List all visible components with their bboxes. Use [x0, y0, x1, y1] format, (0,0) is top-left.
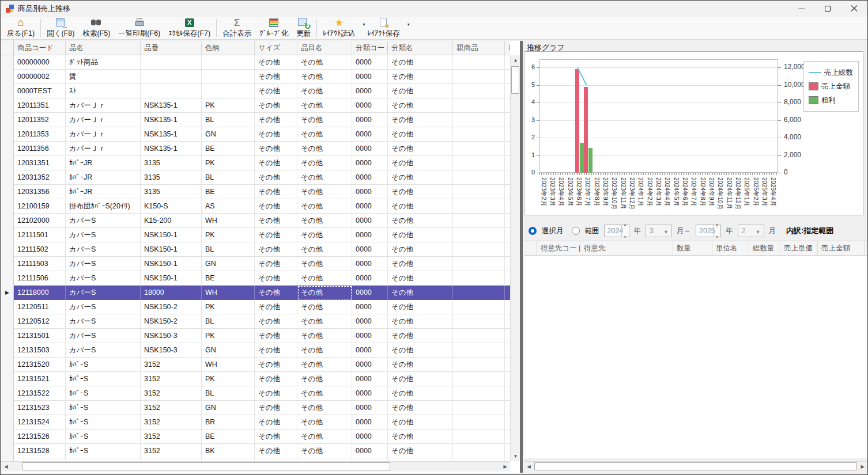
- scroll-up-icon[interactable]: ▲: [511, 55, 520, 65]
- cell-item_number[interactable]: NSK135-1: [141, 98, 202, 113]
- chevron-down-icon[interactable]: ▾: [407, 22, 410, 27]
- cell-item_name[interactable]: その他: [297, 415, 352, 430]
- cell-product_code[interactable]: 12031356: [14, 185, 66, 199]
- cell-color_pattern[interactable]: WH: [202, 214, 255, 228]
- table-row[interactable]: 12011351カバーＪｒNSK135-1PKその他その他0000その他: [1, 98, 510, 113]
- column-header-unit_name[interactable]: 単位名: [712, 241, 749, 256]
- cell-product_code[interactable]: 12102000: [14, 214, 66, 228]
- product-grid-vscrollbar[interactable]: ▲ ▼: [510, 55, 520, 461]
- cell-product_code[interactable]: 12011352: [14, 113, 66, 127]
- row-selector[interactable]: [1, 401, 14, 415]
- cell-product_code[interactable]: 12031351: [14, 156, 66, 170]
- cell-class_code[interactable]: 0000: [352, 444, 388, 458]
- cell-color_pattern[interactable]: BE: [202, 430, 255, 444]
- cell-product_name[interactable]: カバーS: [66, 314, 141, 329]
- row-selector[interactable]: [1, 386, 14, 401]
- row-selector[interactable]: [1, 84, 14, 98]
- scroll-left-icon[interactable]: ◀: [524, 462, 534, 472]
- cell-product_code[interactable]: 00000000: [14, 55, 66, 70]
- cell-product_name[interactable]: ﾎﾟｯﾄ商品: [66, 55, 141, 70]
- cell-parent_product[interactable]: [453, 70, 505, 84]
- vscroll-thumb[interactable]: [511, 66, 519, 94]
- cell-item_name[interactable]: その他: [297, 127, 352, 142]
- cell-item_name[interactable]: その他: [297, 257, 352, 271]
- table-row[interactable]: 12131521ｶﾊﾞｰS3152PKその他その他0000その他: [1, 372, 510, 386]
- cell-color_pattern[interactable]: BL: [202, 314, 255, 329]
- cell-class_code[interactable]: 0000: [352, 343, 388, 358]
- cell-product_name[interactable]: 賃: [66, 70, 141, 84]
- cell-product_name[interactable]: カバーS: [66, 329, 141, 343]
- cell-product_name[interactable]: ｶﾊﾞｰS: [66, 386, 141, 401]
- table-row[interactable]: 12011352カバーＪｒNSK135-1BLその他その他0000その他: [1, 113, 510, 127]
- cell-parent_product[interactable]: [453, 329, 505, 343]
- table-row[interactable]: 12131524ｶﾊﾞｰS3152BRその他その他0000その他: [1, 415, 510, 430]
- cell-product_code[interactable]: 12111502: [14, 242, 66, 257]
- cell-color_pattern[interactable]: GN: [202, 401, 255, 415]
- cell-unit[interactable]: [505, 70, 510, 84]
- grouping-button[interactable]: ｸﾞﾙｰﾌﾟ化: [255, 17, 292, 39]
- cell-item_name[interactable]: その他: [297, 185, 352, 199]
- cell-unit[interactable]: [505, 98, 510, 113]
- cell-item_number[interactable]: [141, 55, 202, 70]
- cell-unit[interactable]: [505, 127, 510, 142]
- cell-class_name[interactable]: その他: [388, 286, 453, 300]
- cell-class_code[interactable]: 0000: [352, 329, 388, 343]
- cell-item_number[interactable]: 3152: [141, 372, 202, 386]
- refresh-button[interactable]: ↻更新: [292, 17, 315, 39]
- cell-unit[interactable]: [505, 430, 510, 444]
- cell-unit[interactable]: [505, 286, 510, 300]
- cell-unit[interactable]: [505, 185, 510, 199]
- cell-item_name[interactable]: その他: [297, 242, 352, 257]
- cell-class_code[interactable]: 0000: [352, 372, 388, 386]
- cell-item_number[interactable]: 3152: [141, 401, 202, 415]
- hscroll-thumb[interactable]: [534, 462, 857, 470]
- cell-size[interactable]: その他: [255, 430, 297, 444]
- cell-size[interactable]: その他: [255, 343, 297, 358]
- table-row[interactable]: 12011356カバーＪｒNSK135-1BEその他その他0000その他: [1, 142, 510, 156]
- cell-item_number[interactable]: 3135: [141, 170, 202, 185]
- table-row[interactable]: 12131526ｶﾊﾞｰS3152BEその他その他0000その他: [1, 430, 510, 444]
- cell-class_name[interactable]: その他: [388, 430, 453, 444]
- cell-unit[interactable]: [505, 401, 510, 415]
- cell-item_number[interactable]: 3152: [141, 415, 202, 430]
- table-row[interactable]: 12011353カバーＪｒNSK135-1GNその他その他0000その他: [1, 127, 510, 142]
- row-selector[interactable]: [1, 228, 14, 242]
- cell-color_pattern[interactable]: [202, 55, 255, 70]
- row-selector[interactable]: [1, 300, 14, 314]
- column-header-size[interactable]: サイズ: [255, 41, 297, 55]
- cell-item_name[interactable]: その他: [297, 98, 352, 113]
- column-header-class_name[interactable]: 分類名: [388, 41, 453, 55]
- cell-parent_product[interactable]: [453, 113, 505, 127]
- cell-item_name[interactable]: その他: [297, 329, 352, 343]
- cell-item_name[interactable]: その他: [297, 84, 352, 98]
- row-selector[interactable]: [1, 444, 14, 458]
- cell-color_pattern[interactable]: PK: [202, 156, 255, 170]
- cell-size[interactable]: その他: [255, 156, 297, 170]
- cell-class_code[interactable]: 0000: [352, 257, 388, 271]
- cell-color_pattern[interactable]: PK: [202, 98, 255, 113]
- cell-color_pattern[interactable]: BL: [202, 242, 255, 257]
- cell-item_name[interactable]: その他: [297, 55, 352, 70]
- cell-class_name[interactable]: その他: [388, 372, 453, 386]
- cell-product_code[interactable]: 12131524: [14, 415, 66, 430]
- cell-item_name[interactable]: その他: [297, 142, 352, 156]
- row-selector[interactable]: [1, 415, 14, 430]
- row-selector[interactable]: [1, 329, 14, 343]
- cell-product_name[interactable]: カバーS: [66, 242, 141, 257]
- table-row[interactable]: 12111502カバーSNSK150-1BLその他その他0000その他: [1, 242, 510, 257]
- cell-color_pattern[interactable]: WH: [202, 286, 255, 300]
- cell-class_name[interactable]: その他: [388, 127, 453, 142]
- cell-product_name[interactable]: ｽﾄ: [66, 84, 141, 98]
- cell-product_name[interactable]: ｶﾊﾞｰS: [66, 401, 141, 415]
- cell-item_name[interactable]: その他: [297, 228, 352, 242]
- row-selector[interactable]: [1, 314, 14, 329]
- total-display-button[interactable]: Σ合計表示: [218, 17, 255, 39]
- cell-item_number[interactable]: 3152: [141, 430, 202, 444]
- table-row[interactable]: 12031351ｶﾊﾞｰJR3135PKその他その他0000その他: [1, 156, 510, 170]
- cell-color_pattern[interactable]: BL: [202, 386, 255, 401]
- cell-class_name[interactable]: その他: [388, 343, 453, 358]
- row-selector[interactable]: [1, 113, 14, 127]
- cell-size[interactable]: その他: [255, 329, 297, 343]
- scroll-right-icon[interactable]: ▶: [500, 462, 510, 472]
- column-header-customer_code[interactable]: 得意先コード: [537, 241, 580, 256]
